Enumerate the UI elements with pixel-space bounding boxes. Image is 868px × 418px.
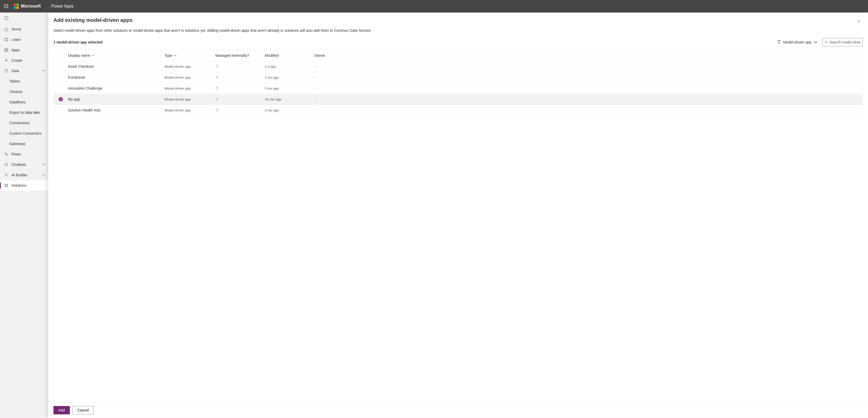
data-icon bbox=[4, 69, 8, 73]
svg-line-31 bbox=[5, 176, 6, 176]
sidebar-item-label: Connections bbox=[9, 121, 45, 125]
cell-owner: - bbox=[314, 108, 863, 112]
apps-icon bbox=[4, 48, 8, 52]
sidebar-item-label: Export to data lake bbox=[9, 110, 45, 114]
chevron-down-icon bbox=[813, 40, 818, 44]
svg-rect-5 bbox=[7, 6, 8, 6]
sidebar-item-label: Home bbox=[11, 27, 45, 31]
sidebar-item-export[interactable]: Export to data lake bbox=[0, 107, 48, 118]
lock-icon bbox=[215, 75, 219, 79]
svg-rect-15 bbox=[6, 48, 8, 50]
svg-rect-16 bbox=[5, 50, 6, 51]
search-icon bbox=[825, 40, 828, 44]
cell-modified: 3 mo ago bbox=[265, 108, 314, 112]
cell-type: Model-driven app bbox=[164, 108, 215, 112]
cell-type: Model-driven app bbox=[164, 97, 215, 101]
svg-point-24 bbox=[6, 174, 7, 176]
sidebar-item-gateways[interactable]: Gateways bbox=[0, 139, 48, 149]
sidebar-item-data[interactable]: Data bbox=[0, 66, 48, 76]
search-input[interactable] bbox=[830, 40, 861, 44]
close-icon bbox=[857, 20, 861, 23]
col-type[interactable]: Type bbox=[164, 54, 215, 58]
row-check[interactable] bbox=[54, 97, 68, 101]
sidebar-item-home[interactable]: Home bbox=[0, 24, 48, 34]
search-box[interactable] bbox=[823, 38, 863, 46]
cancel-button[interactable]: Cancel bbox=[72, 406, 94, 414]
table-row[interactable]: My appModel-driven app34 min ago- bbox=[54, 94, 863, 105]
chevron-up-icon bbox=[42, 70, 45, 72]
svg-point-22 bbox=[5, 164, 6, 165]
cell-type: Model-driven app bbox=[164, 75, 215, 79]
sidebar-item-chatbots[interactable]: Chatbots bbox=[0, 160, 48, 170]
microsoft-logo-icon bbox=[13, 4, 19, 9]
filter-type-dropdown[interactable]: Model-driven app bbox=[775, 39, 819, 45]
table-row[interactable]: Solution Health HubModel-driven app3 mo … bbox=[54, 105, 863, 116]
cell-managed bbox=[215, 108, 265, 112]
sidebar-item-flows[interactable]: Flows bbox=[0, 149, 48, 160]
close-button[interactable] bbox=[855, 17, 863, 26]
learn-icon bbox=[4, 37, 8, 42]
sidebar-item-choices[interactable]: Choices bbox=[0, 86, 48, 97]
col-modified[interactable]: Modified bbox=[265, 54, 314, 58]
sidebar-item-tables[interactable]: Tables bbox=[0, 76, 48, 86]
sidebar-item-label: Solutions bbox=[11, 183, 45, 187]
add-button[interactable]: Add bbox=[54, 406, 70, 414]
sidebar-item-apps[interactable]: Apps bbox=[0, 45, 48, 55]
svg-rect-42 bbox=[216, 99, 218, 100]
svg-rect-41 bbox=[216, 88, 218, 89]
sidebar-item-ai[interactable]: AI Builder bbox=[0, 170, 48, 180]
sidebar-item-label: Learn bbox=[11, 37, 45, 42]
svg-rect-0 bbox=[4, 4, 5, 5]
svg-rect-17 bbox=[6, 50, 8, 51]
sidebar-item-solutions[interactable]: Solutions bbox=[0, 180, 48, 190]
col-managed[interactable]: Managed externally? bbox=[215, 54, 265, 58]
cell-modified: 34 min ago bbox=[265, 97, 314, 101]
waffle-button[interactable] bbox=[0, 0, 12, 12]
hamburger-button[interactable] bbox=[0, 12, 48, 24]
sidebar-item-connections[interactable]: Connections bbox=[0, 118, 48, 128]
col-display-name[interactable]: Display name bbox=[68, 54, 164, 58]
hamburger-icon bbox=[4, 16, 8, 20]
cell-managed bbox=[215, 64, 265, 69]
svg-rect-21 bbox=[5, 164, 7, 166]
create-icon bbox=[4, 58, 8, 63]
sidebar-item-label: Tables bbox=[9, 79, 45, 83]
sidebar-item-dataflows[interactable]: Dataflows bbox=[0, 97, 48, 107]
table-row[interactable]: Innovation ChallengeModel-driven app3 mo… bbox=[54, 83, 863, 94]
brand-text: Microsoft bbox=[21, 4, 41, 9]
svg-rect-8 bbox=[7, 7, 8, 8]
table-row[interactable]: Asset CheckoutModel-driven app3 d ago- bbox=[54, 61, 863, 72]
checkmark-icon bbox=[59, 97, 63, 101]
sidebar-item-create[interactable]: Create bbox=[0, 55, 48, 66]
svg-rect-1 bbox=[6, 4, 6, 5]
cell-display-name: My app bbox=[68, 97, 164, 101]
app-name: Power Apps bbox=[51, 4, 73, 9]
solutions-icon bbox=[4, 183, 8, 187]
svg-rect-4 bbox=[6, 6, 6, 6]
cell-display-name: Innovation Challenge bbox=[68, 86, 164, 91]
sidebar-item-label: Flows bbox=[11, 152, 45, 156]
svg-rect-39 bbox=[216, 66, 218, 67]
app-header: Microsoft Power Apps bbox=[0, 0, 868, 12]
chevron-down-icon bbox=[42, 174, 45, 176]
sidebar-item-label: AI Builder bbox=[11, 173, 42, 177]
col-owner[interactable]: Owner bbox=[314, 54, 863, 58]
svg-point-25 bbox=[5, 173, 5, 174]
svg-point-26 bbox=[7, 173, 8, 174]
filter-icon bbox=[777, 40, 781, 44]
sidebar-item-learn[interactable]: Learn bbox=[0, 34, 48, 45]
svg-rect-2 bbox=[7, 4, 8, 5]
sidebar-item-label: Dataflows bbox=[9, 100, 45, 104]
chevron-down-icon bbox=[92, 54, 94, 57]
home-icon bbox=[4, 27, 8, 31]
table-row[interactable]: FundraiserModel-driven app3 mo ago- bbox=[54, 72, 863, 83]
chevron-down-icon bbox=[42, 163, 45, 166]
flows-icon bbox=[4, 152, 8, 156]
ai-icon bbox=[4, 173, 8, 177]
svg-line-38 bbox=[827, 43, 828, 43]
svg-point-20 bbox=[5, 69, 7, 70]
cell-modified: 3 mo ago bbox=[265, 86, 314, 91]
brand-logo[interactable]: Microsoft bbox=[13, 4, 41, 9]
cell-display-name: Solution Health Hub bbox=[68, 108, 164, 112]
sidebar-item-custom[interactable]: Custom Connectors bbox=[0, 128, 48, 139]
